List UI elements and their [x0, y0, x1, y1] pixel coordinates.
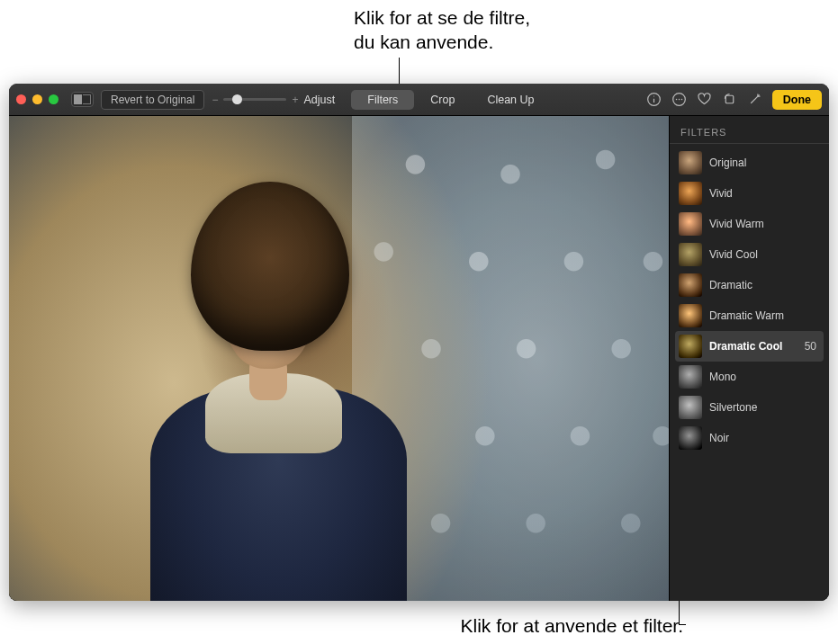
annotation-line [679, 624, 686, 625]
filter-thumbnail [679, 182, 702, 205]
svg-point-6 [681, 99, 683, 101]
filter-item-dramatic-cool[interactable]: Dramatic Cool50 [675, 331, 824, 362]
favorite-icon[interactable] [697, 92, 713, 108]
filter-label: Original [709, 157, 820, 169]
tab-adjust[interactable]: Adjust [288, 90, 352, 110]
filter-thumbnail [679, 273, 702, 297]
filter-item-noir[interactable]: Noir [670, 423, 829, 453]
close-window-button[interactable] [16, 94, 26, 104]
filter-item-silvertone[interactable]: Silvertone [670, 392, 829, 423]
filter-label: Vivid [709, 187, 820, 200]
filter-thumbnail [679, 426, 702, 450]
filter-item-dramatic[interactable]: Dramatic [670, 270, 829, 300]
filter-list: OriginalVividVivid WarmVivid CoolDramati… [670, 144, 829, 453]
zoom-out-icon: − [212, 94, 218, 106]
done-button[interactable]: Done [772, 90, 822, 110]
svg-rect-7 [726, 95, 734, 103]
edit-tabs: AdjustFiltersCropClean Up [288, 90, 551, 110]
filter-thumbnail [679, 396, 702, 419]
tab-clean-up[interactable]: Clean Up [471, 90, 550, 110]
view-mode-toggle[interactable] [71, 92, 94, 107]
annotation-bottom: Klik for at anvende et filter. [377, 613, 683, 638]
svg-line-8 [752, 96, 759, 103]
filter-thumbnail [679, 365, 702, 389]
filter-thumbnail [679, 151, 702, 174]
tab-crop[interactable]: Crop [414, 90, 471, 110]
window-controls [16, 94, 59, 104]
zoom-slider[interactable]: − + [212, 94, 298, 106]
rotate-icon[interactable] [722, 92, 738, 108]
filter-label: Dramatic Warm [709, 309, 820, 322]
info-icon[interactable] [646, 92, 662, 108]
sidebar-title: FILTERS [670, 123, 829, 144]
filter-item-original[interactable]: Original [670, 148, 829, 178]
zoom-window-button[interactable] [49, 94, 59, 104]
filter-item-vivid-warm[interactable]: Vivid Warm [670, 209, 829, 239]
revert-button[interactable]: Revert to Original [101, 90, 204, 110]
tab-filters[interactable]: Filters [351, 90, 414, 110]
filter-item-vivid-cool[interactable]: Vivid Cool [670, 239, 829, 270]
svg-point-5 [679, 99, 680, 101]
filter-item-dramatic-warm[interactable]: Dramatic Warm [670, 300, 829, 331]
app-window: Revert to Original − + AdjustFiltersCrop… [9, 84, 829, 601]
photo-subject [88, 155, 431, 601]
filter-thumbnail [679, 335, 702, 358]
wand-icon[interactable] [747, 92, 763, 108]
filter-label: Noir [709, 432, 820, 444]
svg-point-2 [653, 96, 654, 97]
filters-sidebar: FILTERS OriginalVividVivid WarmVivid Coo… [669, 116, 829, 601]
filter-item-mono[interactable]: Mono [670, 362, 829, 392]
filter-thumbnail [679, 243, 702, 266]
filter-intensity-value: 50 [805, 340, 820, 353]
annotation-top: Klik for at se de filtre,du kan anvende. [354, 5, 624, 55]
minimize-window-button[interactable] [32, 94, 42, 104]
svg-point-4 [676, 99, 678, 101]
filter-label: Vivid Warm [709, 218, 820, 230]
filter-thumbnail [679, 304, 702, 327]
filter-label: Mono [709, 371, 820, 383]
filter-label: Silvertone [709, 401, 820, 414]
filter-label: Dramatic Cool [709, 340, 797, 353]
filter-label: Vivid Cool [709, 248, 820, 261]
filter-label: Dramatic [709, 279, 820, 291]
photo-canvas[interactable] [9, 116, 669, 601]
filter-thumbnail [679, 212, 702, 236]
filter-item-vivid[interactable]: Vivid [670, 178, 829, 209]
toolbar: Revert to Original − + AdjustFiltersCrop… [9, 84, 829, 116]
more-icon[interactable] [671, 92, 688, 108]
